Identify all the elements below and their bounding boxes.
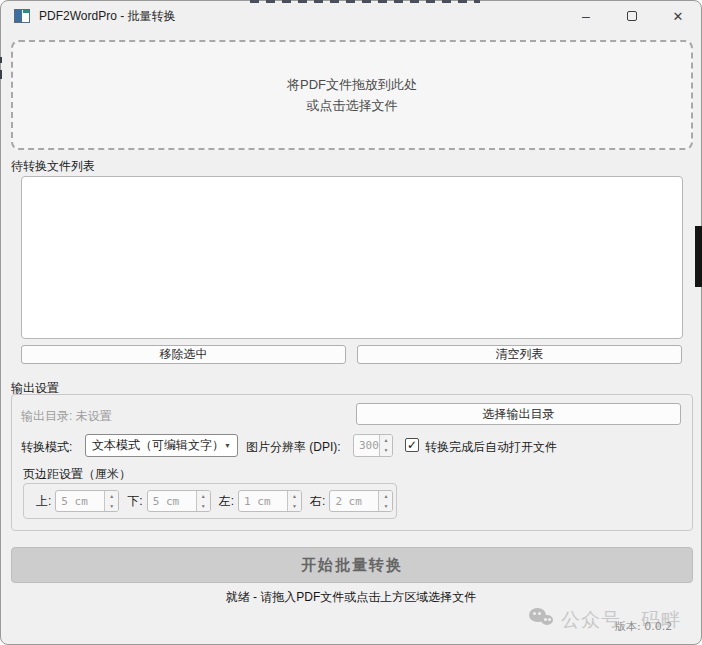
maximize-icon [627,11,637,21]
auto-open-label: 转换完成后自动打开文件 [425,439,557,456]
background-window-artifact [250,0,480,3]
margin-top-value: 5 cm [56,491,104,511]
margins-group: 上: 5 cm ▲ ▼ 下: 5 cm ▲ ▼ [23,483,397,519]
spin-up-icon: ▲ [288,491,301,501]
margin-left-field: 左: 1 cm ▲ ▼ [219,490,302,512]
background-window-artifact [0,70,2,79]
chevron-down-icon: ▼ [224,442,231,449]
spin-up-icon: ▲ [380,435,392,446]
spin-down-icon: ▼ [197,501,210,511]
title-bar[interactable]: PDF2WordPro - 批量转换 – ✕ [1,1,701,31]
margin-left-label: 左: [219,493,234,510]
version-text: 版本: 0.0.2 [615,619,672,634]
window-title: PDF2WordPro - 批量转换 [39,8,175,25]
pending-file-list[interactable] [21,176,683,339]
spin-down-icon: ▼ [105,501,118,511]
window-controls: – ✕ [563,1,701,31]
dpi-stepper[interactable]: 300 ▲ ▼ [353,434,393,457]
dpi-label: 图片分辨率 (DPI): [246,439,341,456]
margin-left-arrows[interactable]: ▲ ▼ [287,491,301,511]
spin-down-icon: ▼ [379,501,392,511]
margin-top-label: 上: [36,493,51,510]
margin-bottom-field: 下: 5 cm ▲ ▼ [127,490,210,512]
start-batch-convert-button[interactable]: 开始批量转换 [11,547,693,583]
minimize-icon: – [582,8,590,24]
margin-bottom-value: 5 cm [148,491,196,511]
margin-top-stepper[interactable]: 5 cm ▲ ▼ [55,490,119,512]
dpi-value: 300 [354,435,379,456]
margin-bottom-stepper[interactable]: 5 cm ▲ ▼ [147,490,211,512]
spin-up-icon: ▲ [105,491,118,501]
close-button[interactable]: ✕ [655,1,701,31]
spin-up-icon: ▲ [379,491,392,501]
minimize-button[interactable]: – [563,1,609,31]
spin-down-icon: ▼ [288,501,301,511]
margin-top-arrows[interactable]: ▲ ▼ [104,491,118,511]
conversion-mode-label: 转换模式: [21,439,72,456]
margin-right-field: 右: 2 cm ▲ ▼ [310,490,393,512]
margin-top-field: 上: 5 cm ▲ ▼ [36,490,119,512]
margin-left-value: 1 cm [239,491,287,511]
spin-down-icon: ▼ [380,446,392,457]
clear-list-button[interactable]: 清空列表 [357,345,682,364]
maximize-button[interactable] [609,1,655,31]
wechat-icon [529,608,555,628]
margin-bottom-arrows[interactable]: ▲ ▼ [196,491,210,511]
app-icon [14,9,30,23]
desktop-screen: PDF2WordPro - 批量转换 – ✕ 将PDF文件拖放到此处 或点击选择… [0,0,702,645]
output-dir-value: 输出目录: 未设置 [21,408,112,425]
close-icon: ✕ [673,9,684,24]
file-list-label: 待转换文件列表 [11,158,95,175]
margin-right-label: 右: [310,493,325,510]
drop-zone-text-line1: 将PDF文件拖放到此处 [287,74,417,95]
watermark-wechat-label: 公众号 [561,607,621,633]
check-icon: ✓ [407,439,417,451]
status-text: 就绪 - 请拖入PDF文件或点击上方区域选择文件 [1,589,701,606]
background-window-artifact [0,57,2,63]
spin-up-icon: ▲ [197,491,210,501]
auto-open-checkbox[interactable]: ✓ [405,438,419,452]
remove-selected-button[interactable]: 移除选中 [21,345,346,364]
margin-right-arrows[interactable]: ▲ ▼ [378,491,392,511]
conversion-mode-select[interactable]: 文本模式（可编辑文字） ▼ [85,434,238,457]
background-window-artifact [695,226,702,287]
margins-group-label: 页边距设置（厘米） [23,466,131,483]
margin-right-value: 2 cm [330,491,378,511]
app-window: PDF2WordPro - 批量转换 – ✕ 将PDF文件拖放到此处 或点击选择… [0,0,702,645]
conversion-mode-value: 文本模式（可编辑文字） [92,437,224,454]
margin-bottom-label: 下: [127,493,142,510]
margin-right-stepper[interactable]: 2 cm ▲ ▼ [329,490,393,512]
margin-left-stepper[interactable]: 1 cm ▲ ▼ [238,490,302,512]
choose-output-dir-button[interactable]: 选择输出目录 [356,403,681,425]
pdf-drop-zone[interactable]: 将PDF文件拖放到此处 或点击选择文件 [11,40,693,150]
drop-zone-text-line2: 或点击选择文件 [307,95,398,116]
dpi-stepper-arrows[interactable]: ▲ ▼ [379,435,392,456]
